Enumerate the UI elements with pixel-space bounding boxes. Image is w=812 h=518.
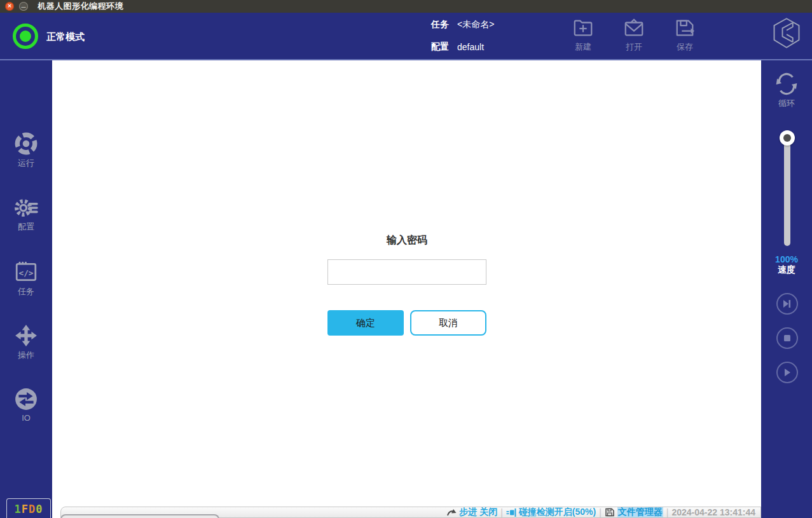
loop-label: 循环 bbox=[761, 98, 812, 109]
collision-status[interactable]: 碰撞检测开启(50%) bbox=[506, 507, 596, 518]
stop-button[interactable] bbox=[776, 327, 798, 349]
hex-char: F bbox=[22, 503, 29, 515]
new-file-icon bbox=[572, 17, 594, 39]
speed-display: 100% 速度 bbox=[761, 254, 812, 275]
hex-char: 1 bbox=[15, 503, 22, 515]
stop-icon bbox=[782, 333, 792, 343]
speed-label: 速度 bbox=[761, 264, 812, 275]
ok-button[interactable]: 确定 bbox=[327, 310, 404, 336]
open-file-icon bbox=[623, 17, 645, 39]
window-titlebar: ✕ — 机器人图形化编程环境 bbox=[0, 0, 812, 13]
status-separator: | bbox=[599, 507, 602, 517]
sidebar-item-label: 运行 bbox=[0, 158, 52, 169]
hex-char: D bbox=[29, 503, 36, 515]
config-icon bbox=[14, 195, 38, 219]
step-status[interactable]: 步进 关闭 bbox=[446, 507, 497, 518]
loop-icon bbox=[774, 72, 799, 96]
step-forward-button[interactable] bbox=[776, 293, 798, 315]
status-timestamp: 2024-04-22 13:41:44 bbox=[671, 507, 755, 517]
status-separator: | bbox=[666, 507, 669, 517]
io-icon bbox=[14, 387, 38, 411]
task-config-meta: 任务 <未命名> 配置 default bbox=[431, 20, 494, 52]
mode-indicator-icon bbox=[13, 24, 38, 49]
cancel-button[interactable]: 取消 bbox=[410, 310, 486, 336]
task-label: 任务 bbox=[431, 19, 449, 31]
top-navbar: 正常模式 任务 <未命名> 配置 default 新建 打开 bbox=[0, 13, 812, 60]
open-button[interactable]: 打开 bbox=[614, 17, 654, 53]
open-button-label: 打开 bbox=[614, 41, 654, 53]
sidebar-item-io[interactable]: IO bbox=[0, 387, 52, 423]
sidebar-item-run[interactable]: 运行 bbox=[0, 132, 52, 169]
hex-code-display: 1 F D 0 bbox=[6, 498, 51, 518]
sidebar-item-label: IO bbox=[0, 413, 52, 423]
save-file-icon bbox=[674, 17, 696, 39]
status-separator: | bbox=[500, 507, 503, 517]
config-label: 配置 bbox=[431, 41, 449, 53]
left-sidebar: 运行 配置 </> 任务 操作 bbox=[0, 60, 52, 518]
window-title: 机器人图形化编程环境 bbox=[38, 1, 123, 12]
step-forward-icon bbox=[782, 299, 792, 309]
sidebar-item-config[interactable]: 配置 bbox=[0, 195, 52, 233]
new-button-label: 新建 bbox=[563, 41, 603, 53]
minimize-icon[interactable]: — bbox=[19, 2, 28, 11]
sidebar-item-label: 任务 bbox=[0, 286, 52, 297]
right-sidebar: 循环 100% 速度 bbox=[761, 60, 812, 518]
config-value: default bbox=[457, 42, 484, 52]
speed-slider-track[interactable] bbox=[784, 137, 790, 246]
step-status-label: 步进 关闭 bbox=[459, 507, 497, 518]
mode-label: 正常模式 bbox=[46, 31, 85, 43]
file-manager-label: 文件管理器 bbox=[617, 507, 663, 518]
hidden-panel-edge[interactable] bbox=[60, 514, 219, 518]
loop-button[interactable]: 循环 bbox=[761, 72, 812, 109]
collision-icon bbox=[506, 508, 516, 517]
svg-text:</>: </> bbox=[19, 268, 34, 278]
file-manager-button[interactable]: 文件管理器 bbox=[605, 507, 663, 518]
new-button[interactable]: 新建 bbox=[563, 17, 603, 53]
close-icon[interactable]: ✕ bbox=[5, 2, 14, 11]
step-status-icon bbox=[446, 508, 457, 517]
brand-logo-icon bbox=[770, 17, 803, 52]
sidebar-item-task[interactable]: </> 任务 bbox=[0, 260, 52, 297]
hex-char: 0 bbox=[36, 503, 43, 515]
save-button[interactable]: 保存 bbox=[665, 17, 705, 53]
play-button[interactable] bbox=[776, 362, 798, 383]
run-icon bbox=[14, 132, 38, 156]
speed-slider-handle[interactable] bbox=[780, 130, 795, 146]
main-content: 输入密码 确定 取消 bbox=[52, 60, 761, 507]
task-value: <未命名> bbox=[457, 19, 494, 31]
speed-value: 100% bbox=[761, 254, 812, 264]
sidebar-item-label: 操作 bbox=[0, 350, 52, 361]
password-input[interactable] bbox=[327, 259, 486, 285]
operate-icon bbox=[14, 324, 38, 348]
sidebar-item-operate[interactable]: 操作 bbox=[0, 324, 52, 361]
sidebar-item-label: 配置 bbox=[0, 221, 52, 233]
save-button-label: 保存 bbox=[665, 41, 705, 53]
password-dialog: 输入密码 确定 取消 bbox=[327, 234, 486, 247]
dialog-title: 输入密码 bbox=[327, 234, 486, 247]
task-icon: </> bbox=[14, 260, 38, 284]
play-icon bbox=[782, 367, 792, 378]
file-manager-icon bbox=[605, 507, 615, 517]
collision-status-label: 碰撞检测开启(50%) bbox=[519, 507, 596, 518]
